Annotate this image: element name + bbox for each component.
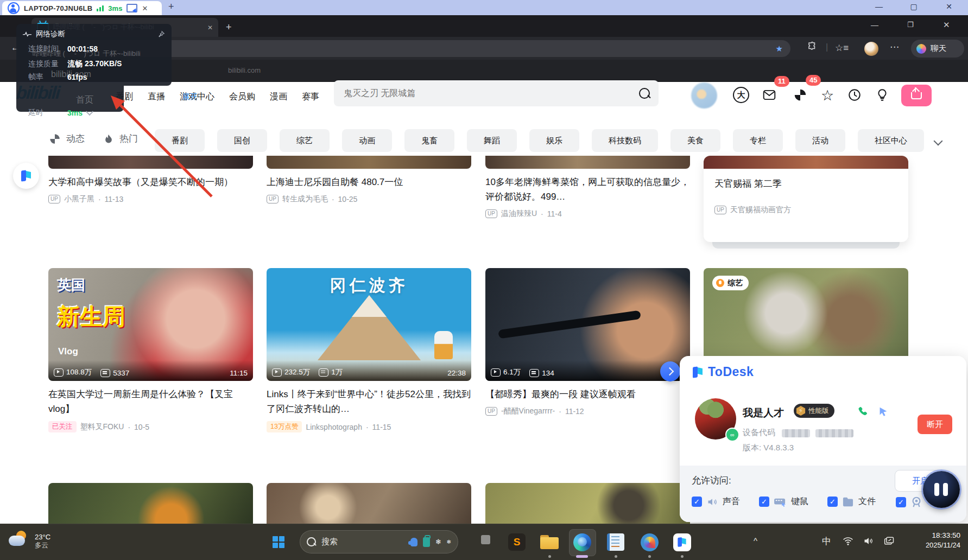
remote-cursor-icon[interactable] <box>877 406 889 420</box>
monitor-icon[interactable] <box>126 4 137 12</box>
favorites-list-icon[interactable]: ☆≡ <box>835 42 849 54</box>
browser-menu-icon[interactable]: ⋯ <box>890 41 900 53</box>
floating-assistant-button[interactable] <box>13 163 39 189</box>
bangumi-card[interactable]: 天官赐福 第二季 UP 天官赐福动画官方 <box>704 156 908 242</box>
perm-camera[interactable]: ✓ <box>896 496 922 508</box>
file-explorer-button[interactable] <box>539 531 560 553</box>
video-title[interactable]: 上海迪士尼乐园自助餐 480.7一位 <box>267 175 471 189</box>
pin-icon[interactable] <box>157 30 165 38</box>
nav-item[interactable]: 会员购 <box>229 91 255 103</box>
video-thumbnail[interactable] <box>48 483 253 524</box>
bookmark-item[interactable]: bilibili.com <box>228 66 261 74</box>
categories-expand-chevron-icon[interactable] <box>935 137 941 147</box>
category-pill[interactable]: 美食 <box>670 129 720 152</box>
volume-icon[interactable] <box>863 536 874 548</box>
todesk-taskbar-button[interactable] <box>671 531 693 553</box>
video-meta[interactable]: UP 天官赐福动画官方 <box>714 205 897 215</box>
browser-restore-button[interactable]: ❐ <box>907 21 914 29</box>
category-pill[interactable]: 活动 <box>795 129 845 152</box>
sublime-text-button[interactable]: S <box>506 531 528 553</box>
perm-audio[interactable]: ✓ 声音 <box>692 496 740 507</box>
browser-close-button[interactable]: ✕ <box>943 20 950 30</box>
taskbar-clock[interactable]: 18:33:50 2025/11/24 <box>926 531 960 550</box>
voice-call-icon[interactable] <box>857 406 869 420</box>
tray-expand-chevron-icon[interactable]: ^ <box>754 536 757 545</box>
perm-files[interactable]: ✓ 文件 <box>827 496 876 507</box>
search-icon[interactable] <box>639 88 650 99</box>
browser-profile-avatar[interactable] <box>864 42 878 56</box>
video-thumbnail[interactable] <box>485 156 690 169</box>
uploader-name[interactable]: 转生成为毛毛 <box>282 194 328 204</box>
todesk-session-tab[interactable]: LAPTOP-70JNU6LB 3ms ✕ <box>2 1 162 15</box>
video-card[interactable]: 6.1万 134 【都暻秀】最爽的一段 建议逐帧观看 UP -醋醋Vinegar… <box>485 268 690 416</box>
uploader-name[interactable]: -醋醋Vinegarrrr- <box>501 406 555 416</box>
nav-item[interactable]: 赛事 <box>302 91 319 103</box>
wifi-icon[interactable] <box>843 536 853 548</box>
task-view-button[interactable] <box>472 531 494 553</box>
video-thumbnail[interactable] <box>267 156 471 169</box>
category-pill[interactable]: 科技数码 <box>592 129 658 152</box>
favorite-star-icon[interactable]: ★ <box>776 44 783 54</box>
video-thumbnail[interactable]: 6.1万 134 <box>485 268 690 381</box>
edge-button[interactable] <box>571 531 593 553</box>
video-title[interactable]: Links丨终于来到“世界中心”！徒步52公里，我找到了冈仁波齐转山的… <box>267 387 471 416</box>
video-title[interactable]: 在英国大学过一周新生周是什么体验？【叉宝vlog】 <box>48 387 253 416</box>
panel-collapse-button[interactable] <box>660 361 680 381</box>
video-meta[interactable]: 已关注 塑料叉FOKU ·10-5 <box>48 421 253 432</box>
favorites-icon[interactable]: ☆ <box>821 87 834 104</box>
history-icon[interactable] <box>847 88 862 104</box>
dynamic-icon[interactable] <box>793 88 807 104</box>
video-card[interactable]: 冈仁波齐 232.5万 1万 22:38 Links丨终于来到“世界中心”！徒步… <box>267 268 471 432</box>
video-title[interactable]: 【都暻秀】最爽的一段 建议逐帧观看 <box>485 387 690 402</box>
touch-keyboard-icon[interactable] <box>884 536 895 548</box>
video-thumbnail[interactable] <box>267 483 471 524</box>
todesk-maximize-button[interactable]: ▢ <box>906 2 922 11</box>
notepad-button[interactable] <box>605 531 627 553</box>
video-meta[interactable]: UP 温油辣辣U ·11-4 <box>485 209 690 219</box>
category-pill[interactable]: 动画 <box>342 129 392 152</box>
uploader-name[interactable]: 塑料叉FOKU <box>80 422 124 432</box>
video-card[interactable]: 10多年老牌海鲜粤菜馆，网上可获取的信息量少，评价都说好。499… UP 温油辣… <box>485 156 690 219</box>
tab-close-icon[interactable]: ✕ <box>207 24 213 31</box>
message-icon[interactable] <box>762 88 776 104</box>
video-card[interactable]: 上海迪士尼乐园自助餐 480.7一位 UP 转生成为毛毛 ·10-25 <box>267 156 471 204</box>
paint-button[interactable] <box>638 531 660 553</box>
todesk-close-button[interactable]: ✕ <box>941 2 957 11</box>
video-thumbnail[interactable] <box>485 483 690 524</box>
tab-dynamic[interactable]: 动态 <box>66 132 85 145</box>
weather-widget[interactable] <box>9 531 31 549</box>
todesk-minimize-button[interactable]: — <box>871 2 887 11</box>
checkbox-checked[interactable]: ✓ <box>896 497 906 507</box>
todesk-new-tab-button[interactable]: + <box>168 1 174 12</box>
search-box[interactable] <box>334 80 659 106</box>
uploader-name[interactable]: 天官赐福动画官方 <box>730 205 791 215</box>
video-card[interactable]: 英国 新生周 Vlog 108.8万 5337 11:15 在英国大学过一周新生… <box>48 268 253 432</box>
video-thumbnail[interactable]: 冈仁波齐 232.5万 1万 22:38 <box>267 268 471 381</box>
category-pill[interactable]: 综艺 <box>280 129 330 152</box>
upload-button[interactable] <box>901 85 932 106</box>
checkbox-checked[interactable]: ✓ <box>759 497 769 507</box>
uploader-name[interactable]: 温油辣辣U <box>501 209 537 219</box>
category-pill[interactable]: 专栏 <box>733 129 783 152</box>
extensions-icon[interactable] <box>807 41 817 54</box>
category-pill[interactable]: 鬼畜 <box>404 129 454 152</box>
user-avatar[interactable] <box>691 82 717 109</box>
video-thumbnail[interactable] <box>704 156 908 169</box>
close-session-icon[interactable]: ✕ <box>142 4 148 12</box>
checkbox-checked[interactable]: ✓ <box>692 497 702 507</box>
browser-minimize-button[interactable]: — <box>871 21 878 29</box>
vip-icon[interactable]: 大 <box>733 87 749 103</box>
taskbar-search[interactable]: 搜索 ❄ ❄ <box>300 530 458 553</box>
ime-indicator[interactable]: 中 <box>822 535 831 548</box>
latency-dropdown-icon[interactable] <box>86 108 93 116</box>
start-button[interactable] <box>273 536 284 548</box>
disconnect-button[interactable]: 断开 <box>918 415 952 434</box>
perm-keyboard-mouse[interactable]: ✓ 键鼠 <box>759 496 808 507</box>
uploader-name[interactable]: Linksphotograph <box>306 423 362 431</box>
checkbox-checked[interactable]: ✓ <box>827 497 838 507</box>
video-meta[interactable]: UP -醋醋Vinegarrrr- ·11-12 <box>485 406 690 416</box>
video-meta[interactable]: 13万点赞 Linksphotograph ·11-15 <box>267 421 471 432</box>
video-title[interactable]: 天官赐福 第二季 <box>714 176 897 191</box>
video-title[interactable]: 10多年老牌海鲜粤菜馆，网上可获取的信息量少，评价都说好。499… <box>485 175 690 204</box>
category-pill[interactable]: 社区中心 <box>858 129 924 152</box>
